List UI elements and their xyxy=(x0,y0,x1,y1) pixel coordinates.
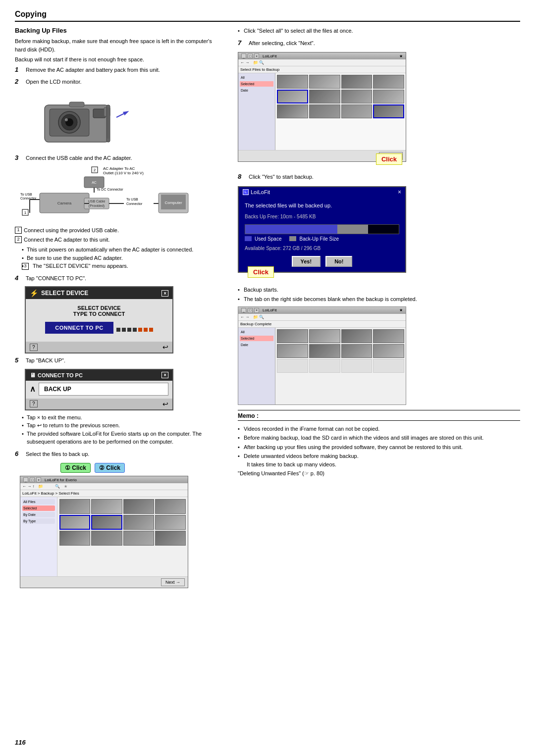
after-thumb-3[interactable] xyxy=(341,329,373,343)
no-button[interactable]: No! xyxy=(325,256,352,267)
thumb-9[interactable] xyxy=(59,531,90,546)
step-6-num: 6 xyxy=(15,450,24,457)
thumb-8[interactable] xyxy=(155,515,186,530)
step7-thumb-1[interactable] xyxy=(277,75,308,89)
svg-text:To USB: To USB xyxy=(20,193,32,196)
thumb-10[interactable] xyxy=(91,531,122,546)
up-arrow-icon: ∧ xyxy=(30,384,36,394)
step-1-num: 1 xyxy=(15,66,24,73)
device-box-close-icon[interactable]: × xyxy=(161,290,168,297)
svg-text:AC Adapter To AC: AC Adapter To AC xyxy=(103,166,135,171)
step7-thumb-11[interactable] xyxy=(341,104,373,118)
wifi-icon: ⚡ xyxy=(30,289,38,297)
after-thumb-4[interactable] xyxy=(373,329,404,343)
backup-help-icon[interactable]: ? xyxy=(30,400,38,407)
step7-thumb-8[interactable] xyxy=(373,90,404,103)
after-thumb-8[interactable] xyxy=(373,344,404,358)
step7-main xyxy=(275,73,406,150)
back-icon[interactable]: ↩ xyxy=(162,343,168,351)
memo-item-3: After backing up your files using the pr… xyxy=(238,443,520,452)
after-sidebar-1: All xyxy=(240,329,273,335)
after-thumb-6[interactable] xyxy=(309,344,340,358)
after-backup-grid xyxy=(277,329,404,373)
dialog-close-icon[interactable]: × xyxy=(398,189,401,196)
svg-text:To USB: To USB xyxy=(126,198,138,201)
step7-thumb-3[interactable] xyxy=(341,75,373,89)
after-thumb-2[interactable] xyxy=(309,329,340,343)
step7-thumb-4[interactable] xyxy=(373,75,404,89)
device-subtitle: SELECT DEVICETYPE TO CONNECT xyxy=(30,305,168,317)
step-5-num: 5 xyxy=(15,356,24,364)
step8-click-overlay: Click xyxy=(248,265,274,279)
device-box-title: SELECT DEVICE xyxy=(41,290,88,297)
intro-text-2: Backup will not start if there is not en… xyxy=(15,55,223,64)
backup-size-legend-color xyxy=(289,236,296,241)
dialog-legend: Used Space Back-Up File Size xyxy=(245,236,399,242)
after-thumb-5[interactable] xyxy=(277,344,308,358)
connect-btn-row: CONNECT TO PC xyxy=(30,322,168,338)
after-backup-content: All Selected Date xyxy=(238,328,406,404)
backup-close-icon[interactable]: × xyxy=(161,372,168,378)
after-sidebar-2[interactable]: Selected xyxy=(240,336,273,341)
step-2-num: 2 xyxy=(15,78,24,85)
memo-link: "Deleting Unwanted Files" (☞ p. 80) xyxy=(238,470,520,477)
backup-back-icon[interactable]: ↩ xyxy=(162,400,168,408)
usb-note-menu: 3 The "SELECT DEVICE" menu appears. xyxy=(22,262,223,270)
thumb-12[interactable] xyxy=(155,531,186,546)
step7-thumb-10[interactable] xyxy=(309,104,340,118)
ss-sidebar-selected[interactable]: Selected xyxy=(22,505,55,511)
available-space-text: Available Space: 272 GB / 296 GB xyxy=(245,246,399,251)
thumb-4[interactable] xyxy=(155,499,186,514)
step7-grid xyxy=(277,75,404,118)
memo-section: Memo : Videos recorded in the iFrame for… xyxy=(238,410,520,477)
step7-thumb-12[interactable] xyxy=(373,104,404,118)
step7-breadcrumb: Select Files to Backup xyxy=(238,66,406,73)
step7-thumb-5[interactable] xyxy=(277,90,308,103)
tap-note-3: The provided software LoiLoFit for Everi… xyxy=(22,430,223,446)
tap-note-1: Tap × to exit the menu. xyxy=(22,413,223,422)
thumb-11[interactable] xyxy=(123,531,154,546)
step6-screenshot-area: ① Click ② Click _ □ × LoiLoFit for Everi… xyxy=(20,462,223,588)
thumb-3[interactable] xyxy=(123,499,154,514)
thumb-1[interactable] xyxy=(59,499,90,514)
connect-to-pc-button[interactable]: CONNECT TO PC xyxy=(45,322,113,334)
thumb-2[interactable] xyxy=(91,499,122,514)
backup-size-bar xyxy=(337,225,368,234)
backup-notes: Backup starts. The tab on the right side… xyxy=(238,286,520,303)
thumb-7[interactable] xyxy=(123,515,154,530)
tap-note-2: Tap ↩ to return to the previous screen. xyxy=(22,421,223,430)
help-icon[interactable]: ? xyxy=(30,344,38,351)
step-7: 7 After selecting, click "Next". _ □ × L… xyxy=(238,39,520,165)
step7-thumb-6[interactable] xyxy=(309,90,340,103)
dots-row xyxy=(116,328,153,332)
page: Copying Backing Up Files Before making b… xyxy=(0,0,535,756)
step-1: 1 Remove the AC adapter and battery pack… xyxy=(15,66,223,74)
intro-text-1: Before making backup, make sure that eno… xyxy=(15,37,223,53)
step-6: 6 Select the files to back up. xyxy=(15,450,223,458)
dialog-icon: L xyxy=(243,189,249,195)
backup-item[interactable]: BACK UP xyxy=(39,383,168,396)
svg-rect-6 xyxy=(93,109,106,118)
ss-sidebar-type: By Type xyxy=(22,518,55,524)
step7-screenshot: _ □ × LoiLoFit ★ ← → 📁 🔍 Se xyxy=(238,52,406,162)
backup-note-1: Backup starts. xyxy=(238,286,520,294)
step7-titlebar: _ □ × LoiLoFit ★ xyxy=(238,52,406,59)
click-badges-row: ① Click ② Click xyxy=(59,462,223,474)
camera-illustration xyxy=(30,90,223,151)
after-thumb-1[interactable] xyxy=(277,329,308,343)
thumb-6[interactable] xyxy=(91,515,122,530)
step7-thumb-7[interactable] xyxy=(341,90,373,103)
step-3-text: Connect the USB cable and the AC adapter… xyxy=(26,154,223,162)
step7-sidebar-2[interactable]: Selected xyxy=(240,81,273,87)
step7-thumb-2[interactable] xyxy=(309,75,340,89)
used-space-bar xyxy=(245,225,337,234)
yes-button[interactable]: Yes! xyxy=(292,256,321,267)
thumb-5[interactable] xyxy=(59,515,90,530)
step7-sidebar-3: Date xyxy=(240,88,273,93)
after-thumb-7[interactable] xyxy=(341,344,373,358)
step6-next-button[interactable]: Next → xyxy=(161,578,185,586)
usb-note-auto-power: This unit powers on automatically when t… xyxy=(22,246,223,254)
step-4: 4 Tap "CONNECT TO PC". xyxy=(15,274,223,283)
step7-thumb-9[interactable] xyxy=(277,104,308,118)
step-8-num: 8 xyxy=(238,173,247,180)
